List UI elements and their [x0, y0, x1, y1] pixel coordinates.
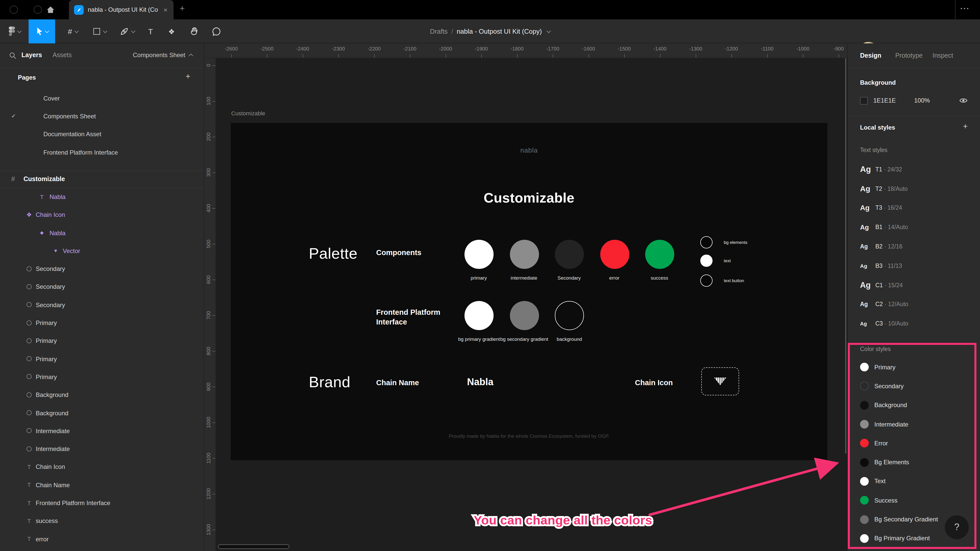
tab-assets[interactable]: Assets	[52, 52, 72, 59]
layer-row[interactable]: Intermediate	[0, 422, 204, 440]
fpi-swatch[interactable]: background	[555, 301, 584, 330]
background-color-swatch[interactable]	[860, 97, 868, 104]
chain-name-label[interactable]: Chain Name	[376, 379, 419, 387]
text-style-row[interactable]: AgC3 · 10/Auto	[848, 314, 980, 333]
palette-heading[interactable]: Palette	[309, 245, 358, 262]
palette-token[interactable]: text button	[700, 275, 744, 287]
layer-row[interactable]: Background	[0, 404, 204, 422]
layer-row[interactable]: Primary	[0, 350, 204, 368]
layer-row[interactable]: Secondary	[0, 260, 204, 278]
window-control-icon[interactable]	[34, 6, 42, 14]
ruler-label: 900	[206, 375, 213, 399]
layer-row[interactable]: TChain Icon	[0, 458, 204, 476]
text-style-row[interactable]: AgT2 · 18/Auto	[848, 179, 980, 198]
tab-design[interactable]: Design	[860, 52, 881, 59]
text-style-row[interactable]: AgB1 · 14/Auto	[848, 218, 980, 237]
layer-row[interactable]: Secondary	[0, 296, 204, 314]
color-style-row[interactable]: Secondary	[848, 377, 980, 396]
layer-row[interactable]: TChain Name	[0, 476, 204, 494]
canvas[interactable]: -2600-2500-2400-2300-2200-2100-2000-1900…	[204, 43, 847, 551]
close-tab-icon[interactable]: ×	[162, 6, 169, 14]
horizontal-scrollbar[interactable]	[218, 545, 290, 549]
layer-row[interactable]: ◆Nabla	[0, 224, 204, 242]
breadcrumb-filename[interactable]: nabla - Outpost UI Kit (Copy)	[457, 27, 542, 35]
text-style-row[interactable]: AgT1 · 24/32	[848, 160, 980, 179]
brand-heading[interactable]: Brand	[309, 373, 350, 391]
layer-row[interactable]: Tsuccess	[0, 512, 204, 530]
page-item[interactable]: ✓Components Sheet	[0, 107, 204, 125]
palette-token[interactable]: text	[700, 254, 731, 267]
frame-title-label[interactable]: Customizable	[231, 110, 265, 116]
palette-swatch[interactable]: error	[600, 240, 629, 269]
text-style-row[interactable]: AgT3 · 16/24	[848, 198, 980, 218]
page-item[interactable]: Cover	[0, 89, 204, 107]
text-style-row[interactable]: AgB2 · 12/16	[848, 237, 980, 256]
color-style-row[interactable]: Success	[848, 491, 980, 510]
color-style-name: Secondary	[874, 383, 904, 390]
layer-row[interactable]: Primary	[0, 332, 204, 350]
color-styles-heading: Color styles	[860, 346, 891, 352]
layer-row[interactable]: TNabla	[0, 188, 204, 206]
file-tab[interactable]: nabla - Outpost UI Kit (Copy) ×	[69, 0, 173, 19]
text-style-row[interactable]: AgC1 · 15/24	[848, 275, 980, 295]
fpi-swatch[interactable]: bg secondary gradient	[510, 301, 539, 330]
palette-swatch[interactable]: success	[645, 240, 674, 269]
tab-layers[interactable]: Layers	[21, 52, 42, 59]
eye-icon[interactable]	[959, 97, 968, 103]
add-style-button[interactable]: +	[963, 122, 968, 131]
color-style-row[interactable]: Bg Elements	[848, 453, 980, 472]
frame-heading[interactable]: Customizable	[231, 190, 827, 206]
layer-row[interactable]: ▾Vector	[0, 242, 204, 260]
breadcrumb-folder[interactable]: Drafts	[430, 27, 448, 35]
chain-icon-placeholder[interactable]	[701, 367, 739, 395]
layer-row[interactable]: ❖Chain Icon	[0, 206, 204, 224]
overflow-menu-icon[interactable]: •••	[961, 6, 970, 11]
background-color-row[interactable]: 1E1E1E 100%	[860, 96, 968, 105]
components-label[interactable]: Components	[376, 248, 422, 257]
page-item[interactable]: Frontend Platform Interface	[0, 143, 204, 162]
palette-swatch[interactable]: primary	[465, 240, 493, 269]
layer-row[interactable]: Intermediate	[0, 440, 204, 458]
chain-name-value[interactable]: Nabla	[467, 376, 493, 388]
annotation-arrow[interactable]	[643, 457, 847, 528]
new-tab-button[interactable]: +	[180, 3, 185, 14]
color-style-row[interactable]: Primary	[848, 358, 980, 377]
layer-row[interactable]: Terror	[0, 530, 204, 548]
tab-inspect[interactable]: Inspect	[932, 52, 953, 59]
palette-swatch[interactable]: Secondary	[555, 240, 584, 269]
nabla-logo[interactable]: nabla	[231, 146, 827, 154]
window-control-icon[interactable]	[10, 6, 18, 14]
layer-row[interactable]: Background	[0, 386, 204, 404]
color-style-row[interactable]: Text	[848, 472, 980, 491]
background-section-heading: Background	[860, 79, 896, 86]
palette-token[interactable]: bg elements	[700, 236, 748, 248]
vertical-scrollbar[interactable]	[845, 58, 846, 454]
page-selector[interactable]: Components Sheet	[133, 52, 192, 59]
search-icon[interactable]	[9, 52, 16, 59]
color-style-row[interactable]: Intermediate	[848, 415, 980, 434]
background-hex-value[interactable]: 1E1E1E	[873, 97, 914, 104]
tab-prototype[interactable]: Prototype	[895, 52, 923, 59]
layer-row[interactable]: TFrontend Platform Interface	[0, 494, 204, 512]
ruler-tick	[410, 54, 410, 58]
palette-swatch[interactable]: intermediate	[510, 240, 539, 269]
help-button[interactable]: ?	[945, 515, 969, 539]
home-icon[interactable]	[46, 5, 55, 14]
layer-row[interactable]: Primary	[0, 314, 204, 332]
color-style-row[interactable]: Background	[848, 395, 980, 415]
text-style-row[interactable]: AgC2 · 12/Auto	[848, 295, 980, 314]
text-style-row[interactable]: AgB3 · 11/13	[848, 256, 980, 275]
page-item[interactable]: Documentation Asset	[0, 125, 204, 143]
layer-row[interactable]: Primary	[0, 368, 204, 386]
fpi-label[interactable]: Frontend Platform Interface	[376, 308, 442, 327]
layer-row[interactable]: Secondary	[0, 278, 204, 296]
fpi-swatch[interactable]: bg primary gradient	[465, 301, 493, 330]
background-opacity-value[interactable]: 100%	[914, 97, 959, 104]
color-style-row[interactable]: Error	[848, 433, 980, 453]
section-customizable[interactable]: # Customizable	[0, 170, 204, 188]
chain-icon-label[interactable]: Chain Icon	[635, 379, 673, 387]
add-page-button[interactable]: +	[186, 72, 190, 81]
nabla-triangle-icon	[714, 378, 726, 385]
customizable-frame[interactable]: nabla Customizable Palette Components pr…	[231, 123, 827, 460]
chevron-down-icon[interactable]	[546, 29, 551, 33]
